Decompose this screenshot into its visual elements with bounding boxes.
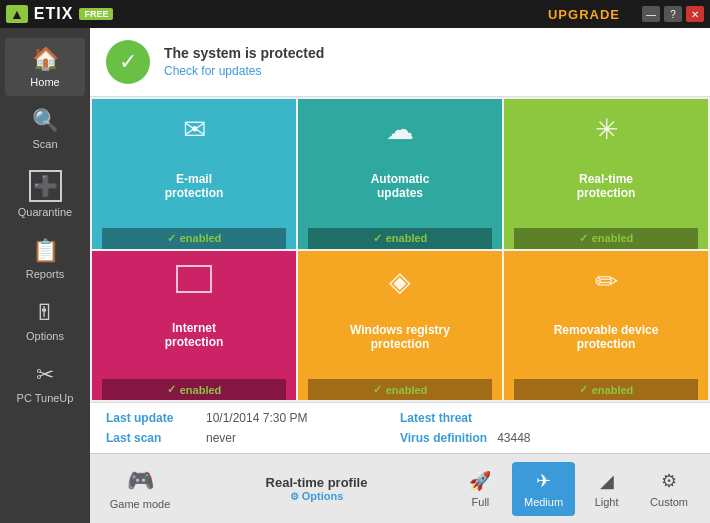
home-icon: 🏠 xyxy=(32,46,59,72)
realtime-icon: ✳ xyxy=(595,113,618,146)
sidebar-item-home[interactable]: 🏠 Home xyxy=(5,38,85,96)
tile-automatic-updates[interactable]: ☁ Automaticupdates ✓ enabled xyxy=(298,99,502,249)
sidebar-item-reports[interactable]: 📋 Reports xyxy=(5,230,85,288)
tile-label-updates: Automaticupdates xyxy=(371,172,430,200)
tile-label-email: E-mailprotection xyxy=(165,172,224,200)
real-time-profile: Real-time profile ⚙ Options xyxy=(180,475,453,502)
tile-status-registry: ✓ enabled xyxy=(308,379,492,400)
profile-title: Real-time profile xyxy=(266,475,368,490)
status-title: The system is protected xyxy=(164,45,324,61)
virus-definition-label[interactable]: Virus definition xyxy=(400,431,487,445)
last-update-row: Last update 10/1/2014 7:30 PM xyxy=(106,409,400,427)
gamepad-icon: 🎮 xyxy=(127,468,154,494)
latest-threat-label[interactable]: Latest threat xyxy=(400,411,472,425)
last-scan-value: never xyxy=(206,431,236,445)
title-bar: ▲ ETIX FREE UPGRADE — ? ✕ xyxy=(0,0,710,28)
sidebar-label-home: Home xyxy=(30,76,59,88)
free-badge: FREE xyxy=(79,8,113,20)
pctuneup-icon: ✂ xyxy=(36,362,54,388)
profile-tabs: 🚀 Full ✈ Medium ◢ Light ⚙ Custom xyxy=(453,462,700,516)
window-controls: — ? ✕ xyxy=(642,6,704,22)
sidebar-item-options[interactable]: 🎚 Options xyxy=(5,292,85,350)
sidebar-item-pctuneup[interactable]: ✂ PC TuneUp xyxy=(5,354,85,412)
tile-label-realtime: Real-timeprotection xyxy=(577,172,636,200)
tab-medium-label: Medium xyxy=(524,496,563,508)
tile-status-internet: ✓ enabled xyxy=(102,379,286,400)
upgrade-link[interactable]: UPGRADE xyxy=(548,7,620,22)
gear-icon: ⚙ xyxy=(290,491,299,502)
app-logo: ▲ ETIX FREE xyxy=(6,5,113,23)
check-icon: ✓ xyxy=(373,383,382,396)
status-bar: ✓ The system is protected Check for upda… xyxy=(90,28,710,97)
tab-custom[interactable]: ⚙ Custom xyxy=(638,462,700,516)
check-icon: ✓ xyxy=(579,383,588,396)
check-updates-link[interactable]: Check for updates xyxy=(164,64,261,78)
tile-label-registry: Windows registryprotection xyxy=(350,323,450,351)
sidebar-item-scan[interactable]: 🔍 Scan xyxy=(5,100,85,158)
tile-registry-protection[interactable]: ◈ Windows registryprotection ✓ enabled xyxy=(298,251,502,401)
sidebar-label-pctuneup: PC TuneUp xyxy=(17,392,74,404)
virus-definition-value: 43448 xyxy=(497,431,530,445)
tile-status-updates: ✓ enabled xyxy=(308,228,492,249)
tab-light-label: Light xyxy=(595,496,619,508)
tile-removable-protection[interactable]: ✏ Removable deviceprotection ✓ enabled xyxy=(504,251,708,401)
tab-full-label: Full xyxy=(472,496,490,508)
removable-icon: ✏ xyxy=(595,265,618,298)
game-mode-button[interactable]: 🎮 Game mode xyxy=(100,468,180,510)
tile-status-realtime: ✓ enabled xyxy=(514,228,698,249)
sidebar-label-scan: Scan xyxy=(32,138,57,150)
light-icon: ◢ xyxy=(600,470,614,492)
last-scan-row: Last scan never xyxy=(106,429,400,447)
sidebar-label-options: Options xyxy=(26,330,64,342)
options-icon: 🎚 xyxy=(34,300,56,326)
minimize-button[interactable]: — xyxy=(642,6,660,22)
status-icon: ✓ xyxy=(106,40,150,84)
check-icon: ✓ xyxy=(579,232,588,245)
close-button[interactable]: ✕ xyxy=(686,6,704,22)
medium-icon: ✈ xyxy=(536,470,551,492)
profile-options-link[interactable]: ⚙ Options xyxy=(290,490,344,502)
tile-internet-protection[interactable]: Internetprotection ✓ enabled xyxy=(92,251,296,401)
bottom-bar: 🎮 Game mode Real-time profile ⚙ Options … xyxy=(90,453,710,523)
reports-icon: 📋 xyxy=(32,238,59,264)
info-bar: Last update 10/1/2014 7:30 PM Latest thr… xyxy=(90,402,710,453)
tab-medium[interactable]: ✈ Medium xyxy=(512,462,575,516)
main-content: ✓ The system is protected Check for upda… xyxy=(90,28,710,523)
logo-text: ETIX xyxy=(34,5,74,23)
tile-realtime-protection[interactable]: ✳ Real-timeprotection ✓ enabled xyxy=(504,99,708,249)
tile-label-removable: Removable deviceprotection xyxy=(554,323,659,351)
email-icon: ✉ xyxy=(183,113,206,146)
latest-threat-row: Latest threat xyxy=(400,409,694,427)
registry-icon: ◈ xyxy=(389,265,411,298)
logo-icon: ▲ xyxy=(6,5,28,23)
protection-grid: ✉ E-mailprotection ✓ enabled ☁ Automatic… xyxy=(90,97,710,402)
sidebar-label-quarantine: Quarantine xyxy=(18,206,72,218)
virus-definition-row: Virus definition 43448 xyxy=(400,429,694,447)
game-mode-label: Game mode xyxy=(110,498,171,510)
tile-status-removable: ✓ enabled xyxy=(514,379,698,400)
tab-light[interactable]: ◢ Light xyxy=(579,462,634,516)
status-text-block: The system is protected Check for update… xyxy=(164,45,324,79)
custom-icon: ⚙ xyxy=(661,470,677,492)
app-body: 🏠 Home 🔍 Scan ➕ Quarantine 📋 Reports 🎚 O… xyxy=(0,28,710,523)
scan-icon: 🔍 xyxy=(32,108,59,134)
check-icon: ✓ xyxy=(167,383,176,396)
tile-status-email: ✓ enabled xyxy=(102,228,286,249)
options-link-label: Options xyxy=(302,490,344,502)
last-update-label: Last update xyxy=(106,411,196,425)
tab-full[interactable]: 🚀 Full xyxy=(453,462,508,516)
full-icon: 🚀 xyxy=(469,470,491,492)
tab-custom-label: Custom xyxy=(650,496,688,508)
internet-icon xyxy=(176,265,212,293)
check-icon: ✓ xyxy=(167,232,176,245)
tile-label-internet: Internetprotection xyxy=(165,321,224,349)
sidebar: 🏠 Home 🔍 Scan ➕ Quarantine 📋 Reports 🎚 O… xyxy=(0,28,90,523)
quarantine-icon: ➕ xyxy=(29,170,62,202)
sidebar-label-reports: Reports xyxy=(26,268,65,280)
last-scan-label: Last scan xyxy=(106,431,196,445)
last-update-value: 10/1/2014 7:30 PM xyxy=(206,411,307,425)
check-icon: ✓ xyxy=(373,232,382,245)
tile-email-protection[interactable]: ✉ E-mailprotection ✓ enabled xyxy=(92,99,296,249)
help-button[interactable]: ? xyxy=(664,6,682,22)
sidebar-item-quarantine[interactable]: ➕ Quarantine xyxy=(5,162,85,226)
